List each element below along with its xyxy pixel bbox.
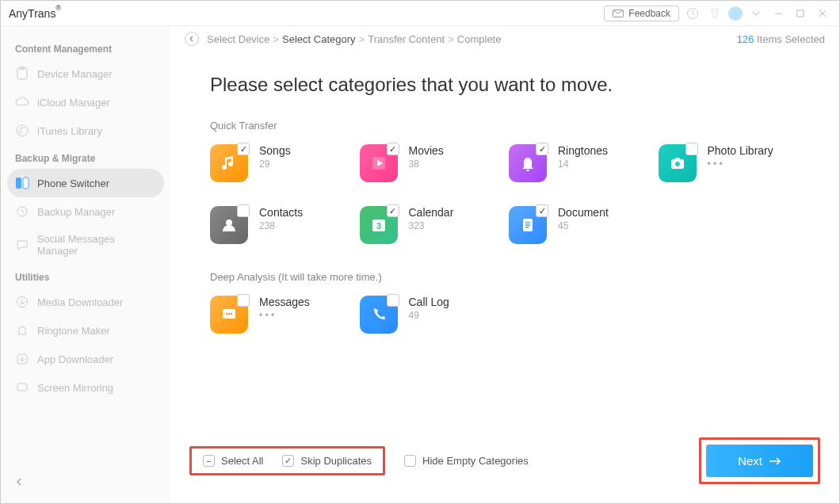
category-ringtones[interactable]: ✓ Ringtones 14 [509,144,651,182]
category-name: Photo Library [708,144,773,157]
sidebar-item-device-manager[interactable]: Device Manager [1,59,170,88]
svg-rect-7 [16,178,21,189]
cloud-icon [15,95,29,109]
category-count: 38 [409,158,444,170]
close-icon[interactable] [814,5,831,22]
hide-empty-checkbox[interactable]: Hide Empty Categories [404,455,529,467]
category-icon-call-log [360,296,398,334]
svg-point-15 [675,162,680,166]
svg-rect-8 [23,178,29,189]
category-checkbox[interactable]: ✓ [387,143,399,155]
sidebar-item-media-downloader[interactable]: Media Downloader [1,288,170,316]
mirror-icon [15,380,29,395]
phone-switch-icon [15,176,29,190]
sidebar-item-app-downloader[interactable]: App Downloader [1,345,170,373]
category-name: Contacts [259,206,303,219]
sidebar-collapse[interactable] [1,470,170,494]
shirt-icon[interactable] [706,5,724,22]
deep-analysis-grid: Messages • • • Call Log 49 [210,296,800,334]
crumb-select-category[interactable]: Select Category [282,33,356,45]
back-button[interactable] [185,32,199,46]
sidebar-item-screen-mirroring[interactable]: Screen Mirroring [1,373,170,402]
quick-transfer-label: Quick Transfer [210,120,800,132]
sidebar-section-utilities: Utilities [1,267,170,288]
minimize-icon[interactable] [769,5,787,22]
sidebar-item-social-messages[interactable]: Social Messages Manager [1,226,170,264]
category-count: • • • [259,310,310,321]
sidebar: Content Management Device Manager iCloud… [1,26,170,503]
next-button[interactable]: Next [706,445,813,477]
category-icon-document: ✓ [509,206,547,244]
maximize-icon[interactable] [792,5,809,22]
category-calendar[interactable]: 3 ✓ Calendar 323 [360,206,502,244]
select-all-checkbox[interactable]: − Select All [203,455,263,467]
category-icon-photo-library [659,144,697,182]
svg-rect-16 [675,158,680,160]
skip-duplicates-checkbox[interactable]: ✓ Skip Duplicates [282,455,372,467]
category-checkbox[interactable] [387,294,399,307]
svg-rect-4 [17,68,27,79]
quick-transfer-grid: ✓ Songs 29 ✓ Movies 38 ✓ Ringtones 14 P [210,144,800,244]
svg-point-25 [226,313,227,315]
crumb-complete[interactable]: Complete [457,33,502,45]
category-checkbox[interactable] [237,294,250,307]
category-call-log[interactable]: Call Log 49 [360,296,502,334]
sidebar-item-icloud-manager[interactable]: iCloud Manager [1,88,170,116]
category-checkbox[interactable]: ✓ [536,143,548,155]
dropdown-icon[interactable] [747,5,765,22]
feedback-label: Feedback [628,8,670,19]
history-icon [15,204,29,219]
category-icon-messages [210,296,248,334]
category-checkbox[interactable]: ✓ [387,204,399,217]
user-avatar[interactable] [728,6,743,21]
download-icon [15,295,29,309]
music-circle-icon [15,124,29,138]
bell-icon [15,323,29,338]
category-icon-contacts [210,206,248,244]
category-checkbox[interactable]: ✓ [237,143,250,155]
category-checkbox[interactable] [685,143,698,155]
sidebar-item-ringtone-maker[interactable]: Ringtone Maker [1,316,170,345]
feedback-button[interactable]: Feedback [604,6,679,21]
category-photo-library[interactable]: Photo Library • • • [659,144,800,182]
page-title: Please select categories that you want t… [210,74,800,96]
sidebar-section-content: Content Management [1,39,170,59]
category-count: 29 [259,158,291,170]
category-contacts[interactable]: Contacts 238 [210,206,352,244]
crumb-transfer-content[interactable]: Transfer Content [368,33,445,45]
svg-point-6 [17,125,28,136]
bell-icon[interactable] [684,5,701,22]
checkbox-checked-icon: ✓ [282,455,294,467]
category-messages[interactable]: Messages • • • [210,296,352,334]
sidebar-label: Screen Mirroring [37,382,113,394]
sidebar-label: Media Downloader [37,296,123,308]
category-document[interactable]: ✓ Document 45 [509,206,651,244]
svg-point-17 [226,220,232,226]
category-count: 49 [409,310,449,321]
sidebar-label: iTunes Library [37,125,102,137]
category-movies[interactable]: ✓ Movies 38 [360,144,502,182]
category-count: 238 [259,220,303,231]
category-count: 14 [558,158,608,170]
sidebar-label: Social Messages Manager [37,233,156,257]
category-songs[interactable]: ✓ Songs 29 [210,144,352,182]
category-name: Ringtones [558,144,608,157]
content: Select Device > Select Category > Transf… [170,26,839,503]
category-checkbox[interactable]: ✓ [536,204,548,217]
sidebar-item-backup-manager[interactable]: Backup Manager [1,197,170,226]
category-count: 323 [409,220,454,231]
category-name: Calendar [409,206,454,219]
sidebar-label: Backup Manager [37,206,115,218]
sidebar-label: Device Manager [37,68,113,80]
category-icon-songs: ✓ [210,144,248,182]
crumb-select-device[interactable]: Select Device [207,33,269,45]
app-window: AnyTrans® Feedback Content [0,0,840,504]
sidebar-item-phone-switcher[interactable]: Phone Switcher [7,169,164,197]
sidebar-label: Ringtone Maker [37,325,110,337]
app-name: AnyTrans® [9,6,61,20]
svg-rect-12 [17,384,27,391]
checkbox-indeterminate-icon: − [203,455,215,467]
category-checkbox[interactable] [237,204,250,217]
arrow-right-icon [769,457,781,465]
sidebar-item-itunes-library[interactable]: iTunes Library [1,116,170,145]
